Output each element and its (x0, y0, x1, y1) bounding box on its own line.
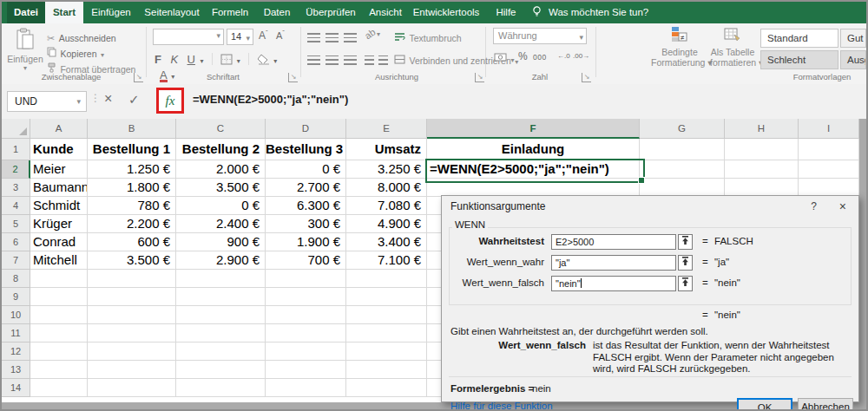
row-header-13[interactable]: 13 (2, 361, 30, 379)
cell-C5[interactable]: 2.400 € (176, 215, 266, 233)
shrink-font-button[interactable]: Aˇ (276, 29, 285, 41)
cell-C7[interactable]: 2.900 € (176, 251, 266, 270)
italic-button[interactable]: K (170, 53, 178, 66)
cell-B3[interactable]: 1.800 € (88, 179, 176, 197)
cell-A10[interactable] (30, 306, 88, 324)
cell-C12[interactable] (176, 342, 266, 361)
column-header-C[interactable]: C (176, 119, 266, 139)
cell-B2[interactable]: 1.250 € (88, 160, 176, 179)
cell-A2[interactable]: Meier (30, 160, 88, 179)
column-header-F[interactable]: F (427, 119, 640, 139)
collapse-dialog-button-wert_wenn_wahr[interactable] (678, 255, 693, 271)
cell-D6[interactable]: 1.900 € (266, 233, 346, 251)
cell-C10[interactable] (176, 306, 266, 324)
row-header-7[interactable]: 7 (2, 251, 30, 270)
number-dialog-launcher[interactable]: ↘ (582, 73, 591, 82)
cell-A4[interactable]: Schmidt (30, 197, 88, 215)
orientation-button[interactable]: ab (363, 27, 378, 42)
cell-D2[interactable]: 0 € (266, 160, 346, 179)
cell-C4[interactable]: 0 € (176, 197, 266, 215)
cut-button[interactable]: ✂ Ausschneiden (47, 29, 116, 45)
borders-dropdown-arrow[interactable]: ▾ (237, 57, 240, 65)
tab-seitenlayout[interactable]: Seitenlayout (139, 2, 205, 23)
cell-A14[interactable] (30, 379, 88, 397)
formula-input[interactable]: =WENN(E2>5000;"ja";"nein") (193, 93, 348, 106)
row-header-11[interactable]: 11 (2, 324, 30, 342)
cell-B8[interactable] (88, 270, 176, 288)
cell-B5[interactable]: 2.200 € (88, 215, 176, 233)
fill-color-icon[interactable] (258, 54, 270, 65)
increase-indent-button[interactable] (378, 53, 388, 68)
arg-input-wahrheitstest[interactable]: E2>5000 (551, 234, 676, 250)
cell-D4[interactable]: 6.300 € (266, 197, 346, 215)
cell-D14[interactable] (266, 379, 346, 397)
cell-D12[interactable] (266, 342, 346, 361)
cell-B12[interactable] (88, 342, 176, 361)
cell-B6[interactable]: 600 € (88, 233, 176, 251)
arg-input-wert_wenn_wahr[interactable]: "ja" (551, 255, 676, 271)
cell-E2[interactable]: 3.250 € (346, 160, 427, 179)
font-color-button[interactable]: A (160, 70, 168, 82)
collapse-dialog-button-wert_wenn_falsch[interactable] (678, 276, 693, 291)
underline-button[interactable]: U (187, 53, 195, 66)
orientation-dropdown-arrow[interactable]: ▾ (377, 30, 380, 38)
cell-G1[interactable] (640, 139, 725, 160)
underline-dropdown-arrow[interactable]: ▾ (200, 57, 203, 65)
row-header-1[interactable]: 1 (2, 139, 30, 160)
cell-D7[interactable]: 700 € (266, 251, 346, 270)
align-right-button[interactable] (344, 53, 357, 68)
cell-style-schlecht[interactable]: Schlecht (760, 50, 838, 69)
row-header-2[interactable]: 2 (2, 160, 30, 179)
cell-E3[interactable]: 8.000 € (346, 179, 427, 197)
row-header-9[interactable]: 9 (2, 288, 30, 306)
cell-D8[interactable] (266, 270, 346, 288)
cell-A9[interactable] (30, 288, 88, 306)
cell-A12[interactable] (30, 342, 88, 361)
cell-E7[interactable]: 7.100 € (346, 251, 427, 270)
cell-I2[interactable] (799, 160, 859, 179)
row-header-6[interactable]: 6 (2, 233, 30, 251)
cell-B1[interactable]: Bestellung 1 (88, 139, 176, 160)
cell-B10[interactable] (88, 306, 176, 324)
row-header-12[interactable]: 12 (2, 342, 30, 361)
cell-E4[interactable]: 7.080 € (346, 197, 427, 215)
column-header-E[interactable]: E (346, 119, 427, 139)
fill-handle[interactable] (638, 177, 645, 184)
cell-F1[interactable]: Einladung (427, 139, 640, 160)
cell-A11[interactable] (30, 324, 88, 342)
increase-decimal-button[interactable]: ←.0 (557, 52, 570, 60)
cell-E6[interactable]: 3.400 € (346, 233, 427, 251)
copy-button[interactable]: Kopieren ▾ (47, 45, 104, 61)
tab-entwicklertools[interactable]: Entwicklertools (408, 2, 484, 23)
cell-E1[interactable]: Umsatz (346, 139, 427, 160)
cell-E13[interactable] (346, 361, 427, 379)
function-help-link[interactable]: Hilfe für diese Funktion (450, 401, 553, 411)
tab-datei[interactable]: Datei (7, 2, 45, 23)
cell-F3[interactable] (427, 179, 640, 197)
fill-color-dropdown-arrow[interactable]: ▾ (273, 57, 277, 65)
cell-D1[interactable]: Bestellung 3 (266, 139, 346, 160)
column-header-G[interactable]: G (640, 119, 725, 139)
column-header-D[interactable]: D (266, 119, 346, 139)
row-header-10[interactable]: 10 (2, 306, 30, 324)
cancel-button[interactable]: Abbrechen (798, 398, 853, 411)
number-format-combo[interactable]: Währung▾ (493, 28, 587, 44)
cell-E12[interactable] (346, 342, 427, 361)
format-as-table-button[interactable]: Als Tabelle formatieren ▾ (710, 26, 755, 68)
paste-button[interactable]: Einfügen ▾ (7, 28, 43, 71)
cell-B4[interactable]: 780 € (88, 197, 176, 215)
row-header-4[interactable]: 4 (2, 197, 30, 215)
cell-F2[interactable]: =WENN(E2>5000;"ja";"nein") (427, 160, 640, 179)
decrease-decimal-button[interactable]: .00→ (573, 52, 589, 60)
cell-E11[interactable] (346, 324, 427, 342)
cell-G3[interactable] (640, 179, 725, 197)
cell-D11[interactable] (266, 324, 346, 342)
cell-D10[interactable] (266, 306, 346, 324)
dialog-help-button[interactable]: ? (811, 200, 817, 212)
arg-input-wert_wenn_falsch[interactable]: "nein" (551, 276, 676, 291)
font-name-combo[interactable]: ▾ (153, 29, 224, 45)
cell-I1[interactable] (799, 139, 859, 160)
cell-E10[interactable] (346, 306, 427, 324)
cell-C13[interactable] (176, 361, 266, 379)
cell-C3[interactable]: 3.500 € (176, 179, 266, 197)
